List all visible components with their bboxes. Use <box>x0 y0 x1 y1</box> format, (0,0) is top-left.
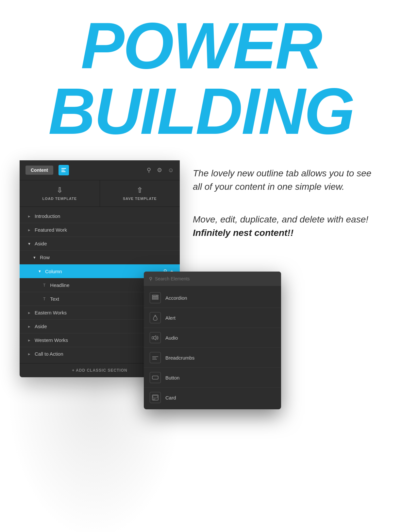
search-panel: ⚲ Accordion <box>144 272 281 409</box>
arrow-icon: ▼ <box>27 242 31 246</box>
outline-label: Row <box>40 255 50 260</box>
outline-item-introduction[interactable]: ► Introduction <box>20 209 180 223</box>
load-template-button[interactable]: ⇩ LOAD TEMPLATE <box>20 180 100 206</box>
outline-item-aside[interactable]: ▼ Aside <box>20 237 180 251</box>
search-header-icon: ⚲ <box>149 276 152 281</box>
right-content: The lovely new outline tab allows you to… <box>193 160 382 239</box>
arrow-icon: ► <box>27 311 31 315</box>
svg-rect-1 <box>61 170 65 170</box>
element-label: Audio <box>165 335 178 341</box>
card-icon <box>150 392 161 403</box>
element-list: Accordion Alert <box>144 286 281 409</box>
settings-panel-icon[interactable]: ⚙ <box>157 167 162 174</box>
outline-tab-icon[interactable] <box>59 165 69 175</box>
panel-icons: ⚲ ⚙ ☺ <box>147 167 174 174</box>
content-area: Content ⚲ ⚙ ☺ ⇩ LOAD TEMPLATE ⇧ <box>0 154 402 390</box>
svg-rect-0 <box>61 168 66 169</box>
content-tab[interactable]: Content <box>25 166 53 175</box>
outline-label: Call to Action <box>35 351 63 357</box>
svg-rect-5 <box>152 298 158 299</box>
element-item-card[interactable]: Card <box>144 388 281 407</box>
outline-svg-icon <box>61 167 67 173</box>
svg-rect-14 <box>153 396 158 398</box>
save-template-button[interactable]: ⇧ SAVE TEMPLATE <box>100 180 180 206</box>
type-icon: T <box>43 297 45 301</box>
search-elements-input[interactable] <box>155 276 276 281</box>
search-panel-icon[interactable]: ⚲ <box>147 167 151 174</box>
hero-title: POWER BUILDING <box>0 0 402 154</box>
arrow-icon: ▼ <box>33 256 37 259</box>
bottom-text: Move, edit, duplicate, and delete with e… <box>193 213 382 239</box>
outline-item-row[interactable]: ▼ Row <box>20 251 180 264</box>
hero-line1: POWER <box>20 13 382 79</box>
outline-label: Eastern Works <box>35 310 67 315</box>
element-label: Alert <box>165 315 176 321</box>
element-item-accordion[interactable]: Accordion <box>144 288 281 308</box>
arrow-icon: ► <box>27 325 31 328</box>
element-label: Button <box>165 375 179 381</box>
save-icon: ⇧ <box>103 186 177 195</box>
element-label: Card <box>165 395 176 400</box>
outline-label: Featured Work <box>35 227 67 233</box>
element-item-button[interactable]: Button <box>144 368 281 388</box>
alert-icon <box>150 312 161 323</box>
button-icon <box>150 372 161 383</box>
arrow-icon: ▼ <box>38 269 42 273</box>
element-label: Breadcrumbs <box>165 355 194 361</box>
element-label: Accordion <box>165 295 187 301</box>
hero-line2: BUILDING <box>20 79 382 144</box>
outline-label: Western Works <box>35 337 68 343</box>
svg-rect-3 <box>152 295 158 296</box>
ui-panel: Content ⚲ ⚙ ☺ ⇩ LOAD TEMPLATE ⇧ <box>20 160 180 377</box>
svg-rect-12 <box>152 376 158 379</box>
search-header: ⚲ <box>144 272 281 286</box>
element-item-alert[interactable]: Alert <box>144 308 281 328</box>
description-text-1: The lovely new outline tab allows you to… <box>193 167 382 193</box>
bottom-description: Move, edit, duplicate, and delete with e… <box>193 213 382 239</box>
panel-header: Content ⚲ ⚙ ☺ <box>20 160 180 180</box>
svg-rect-4 <box>152 297 158 298</box>
outline-label: Column <box>45 269 62 274</box>
audio-icon <box>150 332 161 343</box>
outline-label: Text <box>50 296 59 302</box>
load-icon: ⇩ <box>23 186 96 195</box>
svg-rect-2 <box>61 171 66 172</box>
element-item-breadcrumbs[interactable]: Breadcrumbs <box>144 348 281 368</box>
type-icon: T <box>43 283 45 288</box>
user-panel-icon[interactable]: ☺ <box>168 167 174 174</box>
outline-label: Introduction <box>35 213 60 219</box>
bottom-text-line1: Move, edit, duplicate, and delete with e… <box>193 214 368 224</box>
element-item-audio[interactable]: Audio <box>144 328 281 348</box>
bottom-text-bold: Infinitely nest content!! <box>193 228 293 238</box>
template-row: ⇩ LOAD TEMPLATE ⇧ SAVE TEMPLATE <box>20 180 180 207</box>
accordion-icon <box>150 292 161 303</box>
breadcrumbs-icon <box>150 352 161 363</box>
arrow-icon: ► <box>27 228 31 232</box>
outline-label: Headline <box>50 282 69 288</box>
outline-label: Aside <box>35 324 47 329</box>
outline-item-featured-work[interactable]: ► Featured Work <box>20 223 180 237</box>
arrow-icon: ► <box>27 214 31 218</box>
outline-label: Aside <box>35 241 47 246</box>
arrow-icon: ► <box>27 338 31 342</box>
arrow-icon: ► <box>27 352 31 356</box>
